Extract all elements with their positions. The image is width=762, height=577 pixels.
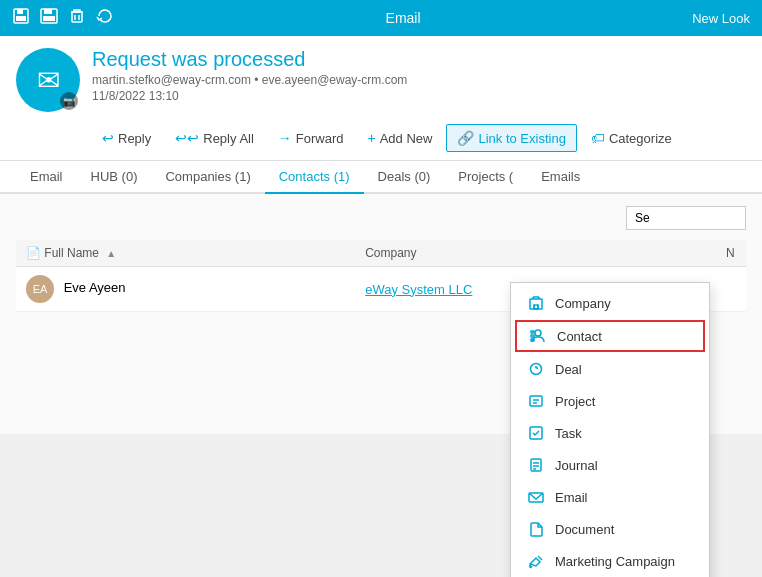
marketing-icon (527, 552, 545, 570)
tab-contacts[interactable]: Contacts (1) (265, 161, 364, 194)
svg-point-20 (531, 364, 542, 375)
sort-icon: ▲ (106, 248, 116, 259)
svg-rect-1 (17, 9, 23, 14)
dropdown-document-label: Document (555, 522, 614, 537)
camera-icon: 📷 (60, 92, 78, 110)
dropdown-item-task[interactable]: Task (511, 417, 709, 449)
reply-button[interactable]: ↩ Reply (92, 125, 161, 151)
svg-rect-9 (530, 299, 542, 309)
journal-icon (527, 456, 545, 474)
dropdown-contact-label: Contact (557, 329, 602, 344)
col-company-header: Company (355, 240, 716, 267)
tab-deals[interactable]: Deals (0) (364, 161, 445, 194)
tag-icon: 🏷 (591, 130, 605, 146)
svg-rect-18 (531, 335, 534, 337)
email-header: ✉ 📷 Request was processed martin.stefko@… (0, 36, 762, 161)
toolbar-icons (12, 7, 114, 29)
svg-rect-21 (530, 396, 542, 406)
email-subject: Request was processed (92, 48, 746, 71)
email-toolbar: ↩ Reply ↩↩ Reply All → Forward + Add New… (92, 120, 746, 160)
dropdown-item-project[interactable]: Project (511, 385, 709, 417)
person-avatar: EA (26, 275, 54, 303)
table-header-row: 📄 Full Name ▲ Company N (16, 240, 746, 267)
col-n-header: N (716, 240, 746, 267)
contact-icon (529, 327, 547, 345)
dropdown-company-label: Company (555, 296, 611, 311)
dropdown-item-deal[interactable]: Deal (511, 353, 709, 385)
tab-projects[interactable]: Projects ( (444, 161, 527, 194)
dropdown-item-email[interactable]: Email (511, 481, 709, 513)
content-area: 📄 Full Name ▲ Company N EA Eve Ayeen eWa… (0, 194, 762, 434)
dropdown-item-contact[interactable]: Contact (515, 320, 705, 352)
svg-point-16 (535, 330, 541, 336)
dropdown-email-label: Email (555, 490, 588, 505)
task-icon (527, 424, 545, 442)
refresh-icon[interactable] (96, 7, 114, 29)
dropdown-journal-label: Journal (555, 458, 598, 473)
svg-rect-4 (44, 9, 52, 14)
dropdown-marketing-label: Marketing Campaign (555, 554, 675, 569)
email-date: 11/8/2022 13:10 (92, 89, 746, 103)
cell-n (716, 267, 746, 312)
dropdown-item-document[interactable]: Document (511, 513, 709, 545)
reply-all-button[interactable]: ↩↩ Reply All (165, 125, 264, 151)
forward-button[interactable]: → Forward (268, 125, 354, 151)
svg-rect-2 (16, 16, 26, 21)
dropdown-task-label: Task (555, 426, 582, 441)
link-icon: 🔗 (457, 130, 474, 146)
add-icon: + (368, 130, 376, 146)
avatar-circle: ✉ 📷 (16, 48, 80, 112)
save-icon-2[interactable] (40, 7, 58, 29)
dropdown-item-marketing[interactable]: Marketing Campaign (511, 545, 709, 577)
dropdown-item-journal[interactable]: Journal (511, 449, 709, 481)
search-input[interactable] (626, 206, 746, 230)
dropdown-project-label: Project (555, 394, 595, 409)
tab-email[interactable]: Email (16, 161, 77, 194)
building-icon (527, 294, 545, 312)
deal-icon (527, 360, 545, 378)
email-from: martin.stefko@eway-crm.com • eve.ayeen@e… (92, 73, 746, 87)
categorize-button[interactable]: 🏷 Categorize (581, 125, 682, 151)
svg-rect-5 (43, 16, 55, 21)
svg-rect-6 (72, 12, 82, 22)
reply-all-icon: ↩↩ (175, 130, 199, 146)
cell-name: EA Eve Ayeen (16, 267, 355, 312)
project-icon (527, 392, 545, 410)
new-look-label: New Look (692, 11, 750, 26)
reply-icon: ↩ (102, 130, 114, 146)
document-icon (527, 520, 545, 538)
link-to-existing-dropdown: Company Contact Deal Project (510, 282, 710, 577)
add-new-button[interactable]: + Add New (358, 125, 443, 151)
email-envelope-icon: ✉ (37, 64, 60, 97)
dropdown-deal-label: Deal (555, 362, 582, 377)
svg-rect-12 (534, 305, 538, 309)
save-icon-1[interactable] (12, 7, 30, 29)
forward-icon: → (278, 130, 292, 146)
tab-emails[interactable]: Emails (527, 161, 594, 194)
dropdown-item-company[interactable]: Company (511, 287, 709, 319)
tab-companies[interactable]: Companies (1) (151, 161, 264, 194)
svg-rect-17 (531, 331, 534, 333)
delete-icon[interactable] (68, 7, 86, 29)
email-info: Request was processed martin.stefko@eway… (92, 48, 746, 111)
email-menu-icon (527, 488, 545, 506)
svg-line-30 (538, 556, 542, 560)
topbar-title: Email (386, 10, 421, 26)
tabs-bar: Email HUB (0) Companies (1) Contacts (1)… (0, 161, 762, 194)
link-to-existing-button[interactable]: 🔗 Link to Existing (446, 124, 576, 152)
col-name-header: 📄 Full Name ▲ (16, 240, 355, 267)
top-bar: Email New Look (0, 0, 762, 36)
search-bar (16, 206, 746, 230)
tab-hub[interactable]: HUB (0) (77, 161, 152, 194)
